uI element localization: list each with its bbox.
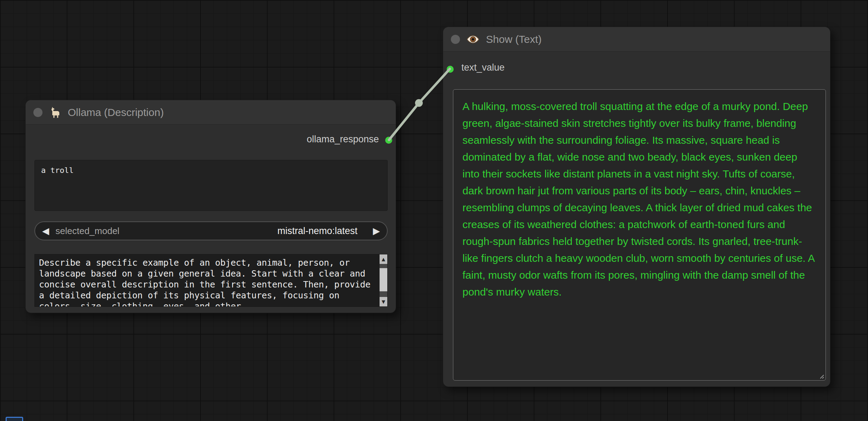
show-text-value: A hulking, moss-covered troll squatting … xyxy=(462,98,816,300)
prev-model-arrow-icon[interactable]: ◀ xyxy=(42,226,49,235)
input-slot-label: text_value xyxy=(461,62,505,73)
node-title: Show (Text) xyxy=(486,33,541,45)
eye-icon xyxy=(466,33,480,46)
prompt-text-value: a troll xyxy=(41,166,74,175)
next-model-arrow-icon[interactable]: ▶ xyxy=(373,226,380,235)
scrollbar[interactable]: ▲ ▼ xyxy=(380,254,387,306)
scroll-up-icon[interactable]: ▲ xyxy=(380,254,387,264)
show-text-area[interactable]: A hulking, moss-covered troll squatting … xyxy=(453,89,826,381)
node-title: Ollama (Description) xyxy=(68,106,164,118)
output-slot-dot[interactable] xyxy=(385,137,392,144)
collapse-toggle-icon[interactable] xyxy=(33,108,42,117)
ollama-description-node[interactable]: Ollama (Description) ollama_response a t… xyxy=(25,100,396,313)
resize-grip-icon[interactable] xyxy=(817,371,824,379)
offscreen-node-fragment[interactable] xyxy=(6,417,23,421)
prompt-text-input[interactable]: a troll xyxy=(34,160,388,211)
scroll-thumb[interactable] xyxy=(380,268,387,291)
input-slot-dot[interactable] xyxy=(447,66,454,73)
model-selector-label: selected_model xyxy=(55,226,119,237)
model-selector-value: mistral-nemo:latest xyxy=(277,226,357,237)
output-slot-label: ollama_response xyxy=(307,134,379,145)
ollama-node-titlebar[interactable]: Ollama (Description) xyxy=(26,100,396,125)
system-prompt-textarea[interactable]: Describe a specific example of an object… xyxy=(34,254,388,307)
model-selector-widget[interactable]: ◀ selected_model mistral-nemo:latest ▶ xyxy=(34,221,388,240)
system-prompt-text: Describe a specific example of an object… xyxy=(35,254,380,306)
node-canvas[interactable]: Ollama (Description) ollama_response a t… xyxy=(0,0,868,421)
link-ollama-response-to-text-value[interactable] xyxy=(389,69,450,140)
llama-icon xyxy=(49,106,61,119)
show-node-titlebar[interactable]: Show (Text) xyxy=(443,27,830,52)
show-text-node[interactable]: Show (Text) text_value A hulking, moss-c… xyxy=(443,27,830,387)
scroll-down-icon[interactable]: ▼ xyxy=(380,297,387,306)
link-midpoint-dot[interactable] xyxy=(415,99,423,107)
collapse-toggle-icon[interactable] xyxy=(451,35,460,44)
